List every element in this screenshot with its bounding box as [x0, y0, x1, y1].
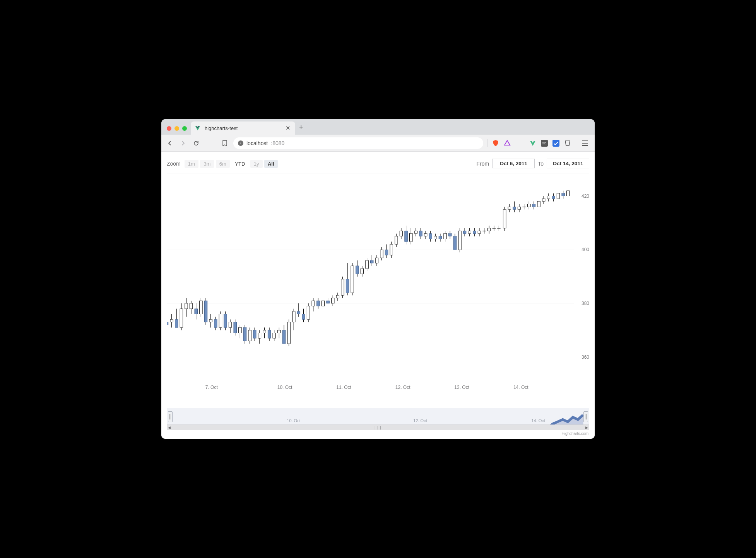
svg-rect-136 — [473, 231, 476, 234]
svg-rect-36 — [229, 322, 231, 328]
scrollbar-left-arrow-icon[interactable]: ◀ — [168, 426, 171, 430]
svg-rect-164 — [542, 199, 545, 202]
extension-icon-b[interactable] — [552, 140, 559, 147]
address-bar[interactable]: i localhost:8080 — [233, 137, 483, 149]
navigator: 10. Oct12. Oct14. Oct ◀ ∣∣∣ ▶ — [167, 408, 589, 430]
back-button[interactable] — [165, 139, 174, 148]
svg-rect-78 — [332, 298, 334, 303]
svg-rect-100 — [385, 250, 388, 255]
vue-devtools-icon[interactable] — [529, 140, 536, 147]
svg-rect-80 — [336, 295, 339, 298]
url-host: localhost — [246, 140, 268, 146]
svg-rect-32 — [219, 314, 222, 328]
svg-rect-174 — [567, 191, 570, 196]
svg-rect-50 — [263, 330, 266, 333]
svg-rect-146 — [498, 228, 500, 229]
zoom-button-6m[interactable]: 6m — [216, 160, 230, 168]
svg-rect-42 — [243, 327, 246, 341]
svg-text:5O: 5O — [542, 142, 547, 145]
zoom-label: Zoom — [167, 161, 181, 167]
menu-button[interactable] — [581, 139, 589, 147]
browser-tab[interactable]: highcharts-test ✕ — [191, 122, 295, 135]
x-tick: 11. Oct — [336, 385, 351, 390]
svg-rect-158 — [528, 204, 530, 207]
svg-rect-66 — [302, 314, 305, 320]
svg-rect-16 — [180, 309, 183, 328]
maximize-window-icon[interactable] — [182, 126, 187, 131]
svg-rect-22 — [195, 309, 197, 314]
to-label: To — [538, 161, 544, 167]
svg-rect-130 — [458, 231, 461, 250]
svg-rect-40 — [239, 327, 241, 333]
close-tab-icon[interactable]: ✕ — [286, 125, 291, 132]
svg-text:i: i — [240, 142, 241, 144]
svg-rect-14 — [175, 320, 178, 328]
svg-rect-38 — [234, 322, 236, 333]
svg-rect-156 — [523, 207, 525, 207]
stock-chart[interactable]: 360380400420 7. Oct10. Oct11. Oct12. Oct… — [167, 176, 589, 404]
svg-rect-84 — [346, 279, 349, 293]
from-date-input[interactable]: Oct 6, 2011 — [492, 159, 535, 168]
brave-rewards-icon[interactable] — [504, 140, 511, 147]
url-port: :8080 — [271, 140, 284, 146]
svg-rect-106 — [400, 231, 402, 236]
scrollbar-right-arrow-icon[interactable]: ▶ — [585, 426, 588, 430]
window-controls — [165, 126, 191, 135]
brave-shields-icon[interactable] — [492, 140, 499, 147]
zoom-button-ytd[interactable]: YTD — [231, 160, 248, 168]
zoom-button-1y[interactable]: 1y — [250, 160, 263, 168]
from-label: From — [477, 161, 489, 167]
svg-rect-134 — [468, 231, 471, 234]
svg-rect-74 — [322, 301, 324, 306]
svg-rect-88 — [356, 266, 359, 274]
svg-rect-18 — [185, 303, 188, 309]
svg-rect-108 — [405, 231, 407, 242]
site-info-icon[interactable]: i — [238, 140, 243, 146]
svg-rect-24 — [200, 301, 202, 314]
svg-rect-60 — [287, 322, 290, 344]
extension-icon-c[interactable] — [564, 140, 571, 147]
bookmark-button[interactable] — [220, 139, 229, 148]
navigator-scrollbar[interactable]: ◀ ∣∣∣ ▶ — [167, 425, 589, 430]
svg-rect-86 — [351, 266, 354, 293]
svg-rect-138 — [478, 231, 481, 234]
svg-rect-20 — [190, 303, 192, 309]
svg-rect-170 — [557, 193, 559, 199]
svg-rect-112 — [414, 231, 417, 234]
extension-icon-a[interactable]: 5O — [541, 140, 548, 147]
browser-window: highcharts-test ✕ + i localhost:8080 — [161, 119, 595, 439]
y-tick: 360 — [582, 354, 589, 360]
vue-favicon-icon — [195, 125, 201, 131]
plot-area[interactable] — [167, 183, 574, 384]
svg-rect-118 — [429, 234, 432, 239]
navigator-tick: 12. Oct — [413, 418, 427, 423]
chart-credit[interactable]: Highcharts.com — [167, 430, 589, 436]
svg-rect-114 — [419, 231, 422, 236]
y-tick: 380 — [582, 301, 589, 306]
svg-rect-110 — [410, 234, 412, 242]
navigator-plot[interactable]: 10. Oct12. Oct14. Oct — [167, 408, 589, 425]
reload-button[interactable] — [192, 139, 201, 148]
navigator-tick: 14. Oct — [531, 418, 545, 423]
svg-rect-148 — [503, 209, 506, 228]
zoom-button-1m[interactable]: 1m — [185, 160, 198, 168]
svg-rect-30 — [214, 320, 217, 328]
svg-rect-102 — [390, 244, 393, 255]
x-tick: 7. Oct — [205, 385, 218, 390]
toolbar-separator — [487, 139, 487, 147]
new-tab-button[interactable]: + — [295, 120, 307, 135]
svg-rect-70 — [312, 301, 315, 306]
svg-rect-44 — [248, 330, 251, 341]
svg-rect-76 — [327, 301, 329, 303]
scrollbar-grip-icon[interactable]: ∣∣∣ — [374, 426, 382, 430]
svg-rect-10 — [167, 322, 168, 325]
minimize-window-icon[interactable] — [174, 126, 179, 131]
zoom-button-3m[interactable]: 3m — [200, 160, 214, 168]
forward-button[interactable] — [178, 139, 188, 148]
to-date-input[interactable]: Oct 14, 2011 — [547, 159, 589, 168]
y-tick: 400 — [582, 247, 589, 252]
svg-rect-132 — [463, 231, 466, 234]
svg-rect-152 — [513, 207, 516, 209]
zoom-button-all[interactable]: All — [264, 160, 278, 168]
close-window-icon[interactable] — [167, 126, 171, 131]
